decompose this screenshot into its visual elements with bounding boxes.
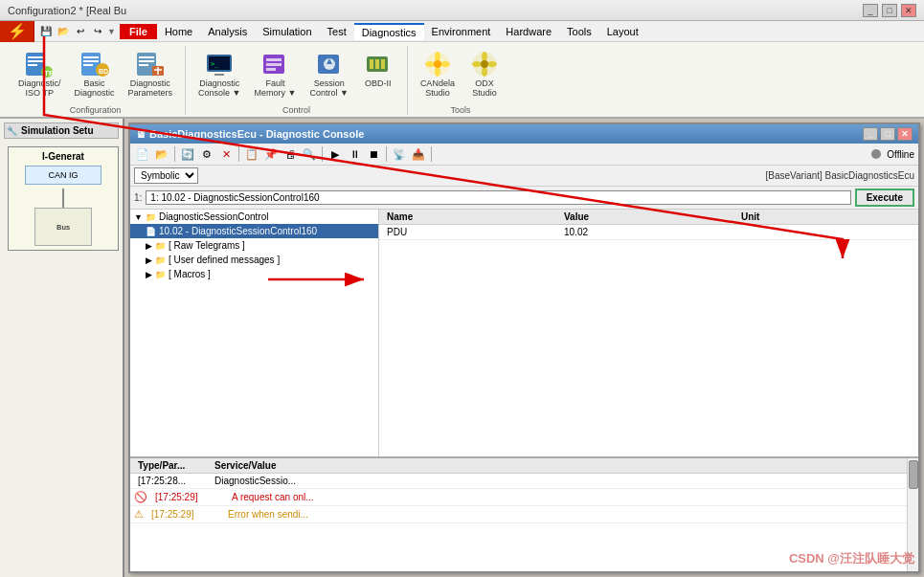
candela-studio-label: CANdelaStudio [420, 79, 455, 99]
tree-item-macros[interactable]: ▶ 📁 [ Macros ] [130, 267, 378, 281]
fault-memory-button[interactable]: FaultMemory ▼ [250, 46, 302, 101]
diagnostic-console-button[interactable]: >_ DiagnosticConsole ▼ [193, 46, 245, 101]
svg-rect-26 [266, 68, 276, 71]
col-unit-header: Unit [737, 211, 914, 222]
quick-save-btn[interactable]: 💾 [38, 24, 54, 39]
error-icon: 🚫 [134, 491, 147, 503]
svg-rect-30 [370, 59, 373, 69]
log-service-2: A request can onl... [228, 492, 381, 502]
pdu-name: PDU [383, 227, 560, 237]
tree-expand-icon[interactable]: ▼ [134, 212, 143, 222]
menu-environment[interactable]: Environment [424, 24, 499, 39]
obd2-icon [363, 49, 394, 79]
diag-minimize-button[interactable]: _ [863, 127, 878, 141]
obd2-button[interactable]: OBD-II [357, 46, 399, 101]
tree-item-session-control[interactable]: ▼ 📁 DiagnosticSessionControl [130, 210, 378, 224]
command-input[interactable] [146, 190, 850, 205]
tree-user-label: [ User defined messages ] [169, 255, 280, 265]
log-row-2: 🚫 [17:25:29] A request can onl... [130, 489, 918, 506]
diag-pause-btn[interactable]: ⏸ [346, 145, 363, 163]
tree-expand-raw[interactable]: ▶ [146, 241, 152, 251]
diag-window-titlebar: 🖥 BasicDiagnosticsEcu - Diagnostic Conso… [130, 124, 918, 144]
symbolic-select[interactable]: Symbolic [134, 167, 198, 184]
diag-connect-btn[interactable]: 📡 [391, 145, 408, 163]
ribbon-group-configuration: TP Diagnostic/ISO TP BD [6, 46, 186, 115]
simulation-panel: 🔧 Simulation Setu I-Generat CAN IG Bus [0, 119, 124, 577]
tree-item-user-defined[interactable]: ▶ 📁 [ User defined messages ] [130, 253, 378, 267]
svg-point-40 [482, 52, 487, 61]
tree-expand-macros[interactable]: ▶ [146, 270, 152, 279]
menu-file[interactable]: File [120, 24, 157, 39]
menu-layout[interactable]: Layout [599, 24, 646, 39]
menu-simulation[interactable]: Simulation [255, 24, 319, 39]
can-label: CAN IG [48, 170, 78, 180]
log-time-1: [17:25:28... [134, 476, 211, 486]
menu-hardware[interactable]: Hardware [498, 24, 559, 39]
diagnostic-iso-tp-icon: TP [24, 49, 55, 79]
diag-delete-btn[interactable]: ✕ [217, 145, 235, 163]
diag-print-btn[interactable]: 🖨 [282, 145, 299, 163]
scrollbar-thumb[interactable] [909, 460, 918, 489]
quick-undo-btn[interactable]: ↩ [73, 24, 88, 39]
log-col-type-header: Type/Par... [134, 460, 211, 471]
menu-test[interactable]: Test [320, 24, 354, 39]
odx-studio-button[interactable]: ODXStudio [463, 46, 506, 101]
execute-button[interactable]: Execute [855, 189, 914, 207]
close-button[interactable]: ✕ [901, 4, 916, 17]
svg-rect-24 [266, 58, 282, 61]
diag-new-btn[interactable]: 📄 [134, 145, 151, 163]
quick-open-btn[interactable]: 📂 [56, 24, 71, 39]
diag-play-btn[interactable]: ▶ [327, 145, 344, 163]
log-service-3: Error when sendi... [224, 509, 377, 520]
diag-refresh-btn[interactable]: 🔄 [179, 145, 196, 163]
log-time-2: [17:25:29] [151, 492, 228, 502]
log-row-3: ⚠ [17:25:29] Error when sendi... [130, 506, 918, 523]
log-col-service-header: Service/Value [211, 460, 364, 471]
diag-window-title: BasicDiagnosticsEcu - Diagnostic Console [149, 128, 364, 140]
data-table-header: Name Value Unit [379, 210, 918, 225]
diag-search-btn[interactable]: 🔍 [301, 145, 318, 163]
tree-expand-user[interactable]: ▶ [146, 255, 152, 265]
diagnostic-iso-tp-button[interactable]: TP Diagnostic/ISO TP [13, 46, 66, 101]
diagnostic-parameters-button[interactable]: DiagnosticParameters [124, 46, 178, 101]
tree-item-raw-telegrams[interactable]: ▶ 📁 [ Raw Telegrams ] [130, 238, 378, 253]
diag-config-btn[interactable]: ⚙ [198, 145, 215, 163]
svg-point-41 [482, 67, 487, 77]
menu-home[interactable]: Home [157, 24, 200, 39]
pdu-unit [737, 227, 914, 237]
diag-log-btn[interactable]: 📥 [410, 145, 427, 163]
basic-diagnostic-button[interactable]: BD BasicDiagnostic [70, 46, 120, 101]
diag-stop-btn[interactable]: ⏹ [365, 145, 382, 163]
tree-panel: ▼ 📁 DiagnosticSessionControl 📄 10.02 - D… [130, 210, 379, 456]
ribbon-group-control: >_ DiagnosticConsole ▼ [186, 46, 408, 115]
toolbar-sep-5 [431, 146, 432, 162]
svg-rect-2 [28, 60, 43, 62]
maximize-button[interactable]: □ [882, 4, 897, 17]
tree-folder-icon: 📁 [146, 212, 156, 222]
col-value-header: Value [560, 211, 737, 222]
session-control-button[interactable]: SessionControl ▼ [304, 46, 352, 101]
candela-studio-button[interactable]: CANdelaStudio [416, 46, 460, 101]
diag-paste-btn[interactable]: 📌 [262, 145, 280, 163]
tree-macros-label: [ Macros ] [169, 269, 211, 279]
menu-diagnostics[interactable]: Diagnostics [354, 23, 424, 40]
status-dot [871, 149, 881, 159]
ribbon-group-tools: CANdelaStudio ODXStudio [408, 46, 513, 115]
diag-open-btn[interactable]: 📂 [153, 145, 170, 163]
menu-analysis[interactable]: Analysis [200, 24, 255, 39]
svg-point-35 [435, 67, 440, 77]
quick-redo-btn[interactable]: ↪ [90, 24, 105, 39]
diag-maximize-button[interactable]: □ [880, 127, 895, 141]
sim-panel-icon: 🔧 [7, 126, 17, 136]
diag-close-button[interactable]: ✕ [897, 127, 913, 141]
tree-item-selected[interactable]: 📄 10.02 - DiagnosticSessionControl160 [130, 224, 378, 238]
svg-text:TP: TP [44, 69, 55, 78]
diag-copy-btn[interactable]: 📋 [243, 145, 260, 163]
menu-tools[interactable]: Tools [559, 24, 599, 39]
diag-main-content: ▼ 📁 DiagnosticSessionControl 📄 10.02 - D… [130, 210, 918, 456]
basic-diagnostic-label: BasicDiagnostic [75, 79, 115, 99]
minimize-button[interactable]: _ [863, 4, 878, 17]
toolbar-sep-2 [238, 146, 239, 162]
svg-rect-31 [375, 59, 379, 69]
data-panel: Name Value Unit PDU 10.02 [379, 210, 918, 456]
